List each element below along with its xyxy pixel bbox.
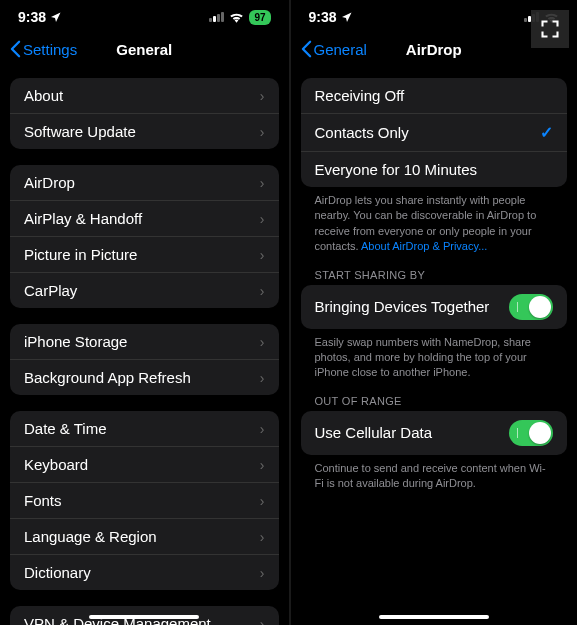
chevron-right-icon: › (260, 370, 265, 386)
chevron-right-icon: › (260, 124, 265, 140)
page-title: General (116, 41, 172, 58)
status-time: 9:38 (309, 9, 337, 25)
group-receiving: Receiving Off Contacts Only✓ Everyone fo… (301, 78, 568, 187)
group-localization: Date & Time› Keyboard› Fonts› Language &… (10, 411, 279, 590)
row-carplay[interactable]: CarPlay› (10, 273, 279, 308)
phone-left-general: 9:38 97 Settings General About› Software… (0, 0, 289, 625)
group-start-sharing: Bringing Devices Together (301, 285, 568, 329)
section-header-out-of-range: OUT OF RANGE (301, 383, 568, 411)
nav-bar: Settings General (0, 30, 289, 68)
toggle-cellular-data[interactable] (509, 420, 553, 446)
group-about: About› Software Update› (10, 78, 279, 149)
start-sharing-footer: Easily swap numbers with NameDrop, share… (301, 329, 568, 383)
chevron-right-icon: › (260, 211, 265, 227)
row-airdrop[interactable]: AirDrop› (10, 165, 279, 201)
location-icon (50, 11, 62, 23)
about-airdrop-privacy-link[interactable]: About AirDrop & Privacy... (361, 240, 487, 252)
checkmark-icon: ✓ (540, 123, 553, 142)
chevron-right-icon: › (260, 616, 265, 626)
row-fonts[interactable]: Fonts› (10, 483, 279, 519)
settings-list: About› Software Update› AirDrop› AirPlay… (0, 68, 289, 625)
row-software-update[interactable]: Software Update› (10, 114, 279, 149)
row-receiving-off[interactable]: Receiving Off (301, 78, 568, 114)
row-dictionary[interactable]: Dictionary› (10, 555, 279, 590)
chevron-right-icon: › (260, 493, 265, 509)
battery-indicator: 97 (249, 10, 270, 25)
status-bar: 9:38 97 (0, 0, 289, 30)
chevron-right-icon: › (260, 421, 265, 437)
chevron-right-icon: › (260, 283, 265, 299)
back-button[interactable]: Settings (10, 40, 77, 58)
section-header-start-sharing: START SHARING BY (301, 257, 568, 285)
row-iphone-storage[interactable]: iPhone Storage› (10, 324, 279, 360)
chevron-right-icon: › (260, 529, 265, 545)
page-title: AirDrop (406, 41, 462, 58)
back-label: Settings (23, 41, 77, 58)
status-time: 9:38 (18, 9, 46, 25)
row-bringing-devices-together: Bringing Devices Together (301, 285, 568, 329)
chevron-right-icon: › (260, 88, 265, 104)
chevron-right-icon: › (260, 334, 265, 350)
row-keyboard[interactable]: Keyboard› (10, 447, 279, 483)
row-date-time[interactable]: Date & Time› (10, 411, 279, 447)
row-background-app-refresh[interactable]: Background App Refresh› (10, 360, 279, 395)
row-airplay-handoff[interactable]: AirPlay & Handoff› (10, 201, 279, 237)
row-about[interactable]: About› (10, 78, 279, 114)
group-out-of-range: Use Cellular Data (301, 411, 568, 455)
location-icon (341, 11, 353, 23)
row-picture-in-picture[interactable]: Picture in Picture› (10, 237, 279, 273)
phone-right-airdrop: 9:38 General AirDrop Receiving Off Conta… (289, 0, 578, 625)
row-contacts-only[interactable]: Contacts Only✓ (301, 114, 568, 152)
back-label: General (314, 41, 367, 58)
row-everyone-10-min[interactable]: Everyone for 10 Minutes (301, 152, 568, 187)
chevron-left-icon (10, 40, 21, 58)
receiving-footer: AirDrop lets you share instantly with pe… (301, 187, 568, 257)
out-of-range-footer: Continue to send and receive content whe… (301, 455, 568, 494)
cellular-signal-icon (209, 12, 224, 22)
airdrop-list: Receiving Off Contacts Only✓ Everyone fo… (291, 68, 578, 625)
row-use-cellular-data: Use Cellular Data (301, 411, 568, 455)
chevron-right-icon: › (260, 565, 265, 581)
chevron-right-icon: › (260, 457, 265, 473)
chevron-right-icon: › (260, 175, 265, 191)
wifi-icon (229, 11, 244, 23)
home-indicator[interactable] (89, 615, 199, 619)
group-storage: iPhone Storage› Background App Refresh› (10, 324, 279, 395)
back-button[interactable]: General (301, 40, 367, 58)
chevron-left-icon (301, 40, 312, 58)
row-language-region[interactable]: Language & Region› (10, 519, 279, 555)
chevron-right-icon: › (260, 247, 265, 263)
home-indicator[interactable] (379, 615, 489, 619)
fullscreen-button[interactable] (531, 10, 569, 48)
group-connectivity: AirDrop› AirPlay & Handoff› Picture in P… (10, 165, 279, 308)
toggle-bringing-devices[interactable] (509, 294, 553, 320)
expand-icon (540, 19, 560, 39)
